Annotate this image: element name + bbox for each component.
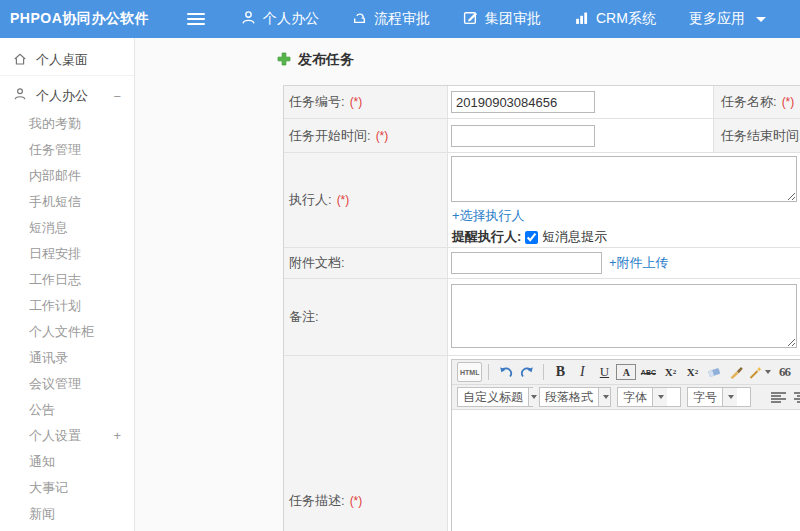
sidebar-item-task-management[interactable]: 任务管理 xyxy=(0,137,134,163)
edit-square-icon xyxy=(463,10,478,28)
sidebar-item-sms[interactable]: 手机短信 xyxy=(0,189,134,215)
executor-label: 执行人:(*) xyxy=(284,153,448,247)
sidebar-item-meeting[interactable]: 会议管理 xyxy=(0,371,134,397)
html-source-button[interactable]: HTML xyxy=(457,362,482,382)
end-time-label: 任务结束时间:(*) xyxy=(713,119,800,152)
main-content: 发布任务 任务编号:(*) 任务名称:(*) 任务开始时间:(*) xyxy=(135,38,800,531)
align-left-icon[interactable] xyxy=(771,392,786,403)
sidebar-item-personal-settings[interactable]: 个人设置 + xyxy=(0,423,134,449)
sms-remind-label: 短消息提示 xyxy=(542,228,607,246)
required-mark: (*) xyxy=(376,129,389,143)
process-icon xyxy=(352,10,367,28)
rich-text-editor: HTML B I U A xyxy=(451,359,800,531)
task-name-label: 任务名称:(*) xyxy=(713,86,800,118)
caret-down-icon xyxy=(598,388,610,406)
caret-down-icon xyxy=(652,388,667,406)
redo-icon[interactable] xyxy=(517,362,537,382)
bar-chart-icon xyxy=(574,10,589,28)
undo-icon[interactable] xyxy=(495,362,515,382)
caret-down-icon xyxy=(528,388,537,406)
required-mark: (*) xyxy=(350,95,363,109)
sidebar-item-schedule[interactable]: 日程安排 xyxy=(0,241,134,267)
add-icon xyxy=(277,52,291,69)
choose-executor-link[interactable]: +选择执行人 xyxy=(452,207,525,225)
sidebar-item-announcement[interactable]: 公告 xyxy=(0,397,134,423)
required-mark: (*) xyxy=(350,494,363,508)
attachment-input[interactable] xyxy=(451,252,602,274)
align-center-icon[interactable] xyxy=(794,392,800,403)
task-no-label: 任务编号:(*) xyxy=(284,86,448,118)
sidebar: 个人桌面 个人办公 − 我的考勤 任务管理 内部邮件 手机短信 短消息 日程安排… xyxy=(0,38,135,531)
expand-icon[interactable]: + xyxy=(113,423,121,449)
start-time-label: 任务开始时间:(*) xyxy=(284,119,448,152)
editor-toolbar-row2: 自定义标题 段落格式 字体 xyxy=(452,385,800,410)
sidebar-item-news[interactable]: 新闻 xyxy=(0,501,134,527)
text-style-button[interactable]: A xyxy=(616,364,636,380)
underline-button[interactable]: U xyxy=(594,362,614,382)
collapse-icon[interactable]: − xyxy=(113,88,121,103)
required-mark: (*) xyxy=(337,193,350,207)
table-row: 任务描述:(*) HTML xyxy=(284,356,800,531)
table-row: 备注: xyxy=(284,279,800,356)
font-size-select[interactable]: 字号 xyxy=(687,387,751,407)
sidebar-item-work-plan[interactable]: 工作计划 xyxy=(0,293,134,319)
subscript-button[interactable]: X2 xyxy=(682,362,702,382)
start-time-input[interactable] xyxy=(451,125,595,147)
remind-executor-label: 提醒执行人: xyxy=(452,228,521,246)
sidebar-item-file-cabinet[interactable]: 个人文件柜 xyxy=(0,319,134,345)
eraser-icon[interactable] xyxy=(704,362,724,382)
font-family-select[interactable]: 字体 xyxy=(617,387,681,407)
hamburger-menu-icon[interactable] xyxy=(187,10,205,28)
nav-personal-office[interactable]: 个人办公 xyxy=(241,10,319,28)
nav-process-approval[interactable]: 流程审批 xyxy=(352,10,430,28)
page-title: 发布任务 xyxy=(277,51,354,69)
bold-button[interactable]: B xyxy=(550,362,570,382)
sms-remind-checkbox[interactable] xyxy=(525,231,538,244)
publish-task-form: 任务编号:(*) 任务名称:(*) 任务开始时间:(*) 任务结束时间: xyxy=(283,85,800,531)
sidebar-item-notice[interactable]: 通知 xyxy=(0,449,134,475)
remark-label: 备注: xyxy=(284,279,448,355)
table-row: 执行人:(*) +选择执行人 提醒执行人: 短消息提示 xyxy=(284,153,800,248)
topbar: PHPOA协同办公软件 个人办公 流程审批 集团审批 CRM系统 xyxy=(0,0,800,38)
sidebar-item-desktop[interactable]: 个人桌面 xyxy=(0,45,134,76)
sidebar-item-contacts[interactable]: 通讯录 xyxy=(0,345,134,371)
paste-text-icon[interactable]: T xyxy=(796,362,800,382)
caret-down-icon xyxy=(756,17,766,22)
table-row: 任务编号:(*) 任务名称:(*) xyxy=(284,86,800,119)
custom-title-select[interactable]: 自定义标题 xyxy=(457,387,533,407)
description-label: 任务描述:(*) xyxy=(284,356,448,531)
paragraph-format-select[interactable]: 段落格式 xyxy=(539,387,611,407)
home-icon xyxy=(13,52,27,69)
magic-wand-icon[interactable] xyxy=(748,362,772,382)
sidebar-item-personal-office[interactable]: 个人办公 − xyxy=(0,80,134,111)
attachment-upload-link[interactable]: +附件上传 xyxy=(609,254,669,272)
app-logo: PHPOA协同办公软件 xyxy=(0,10,130,28)
sidebar-item-attendance[interactable]: 我的考勤 xyxy=(0,111,134,137)
sidebar-item-short-message[interactable]: 短消息 xyxy=(0,215,134,241)
nav-more-apps[interactable]: 更多应用 xyxy=(689,10,766,28)
caret-down-icon xyxy=(722,388,737,406)
user-icon xyxy=(13,87,27,104)
strikethrough-button[interactable]: ABC xyxy=(638,362,658,382)
caret-down-icon xyxy=(765,370,771,374)
executor-textarea[interactable] xyxy=(451,156,797,202)
task-no-input[interactable] xyxy=(451,91,595,113)
required-mark: (*) xyxy=(782,95,795,109)
attachment-label: 附件文档: xyxy=(284,248,448,278)
sidebar-item-events[interactable]: 大事记 xyxy=(0,475,134,501)
table-row: 附件文档: +附件上传 xyxy=(284,248,800,279)
user-icon xyxy=(241,10,256,28)
editor-content-area[interactable] xyxy=(452,410,800,531)
sidebar-item-internal-mail[interactable]: 内部邮件 xyxy=(0,163,134,189)
remark-textarea[interactable] xyxy=(451,284,797,348)
nav-crm-system[interactable]: CRM系统 xyxy=(574,10,656,28)
italic-button[interactable]: I xyxy=(572,362,592,382)
blockquote-button[interactable]: 66 xyxy=(774,362,794,382)
table-row: 任务开始时间:(*) 任务结束时间:(*) xyxy=(284,119,800,153)
format-brush-icon[interactable] xyxy=(726,362,746,382)
superscript-button[interactable]: X2 xyxy=(660,362,680,382)
editor-toolbar-row1: HTML B I U A xyxy=(452,360,800,385)
sidebar-item-work-log[interactable]: 工作日志 xyxy=(0,267,134,293)
top-nav: 个人办公 流程审批 集团审批 CRM系统 更多应用 xyxy=(241,10,799,28)
nav-group-approval[interactable]: 集团审批 xyxy=(463,10,541,28)
